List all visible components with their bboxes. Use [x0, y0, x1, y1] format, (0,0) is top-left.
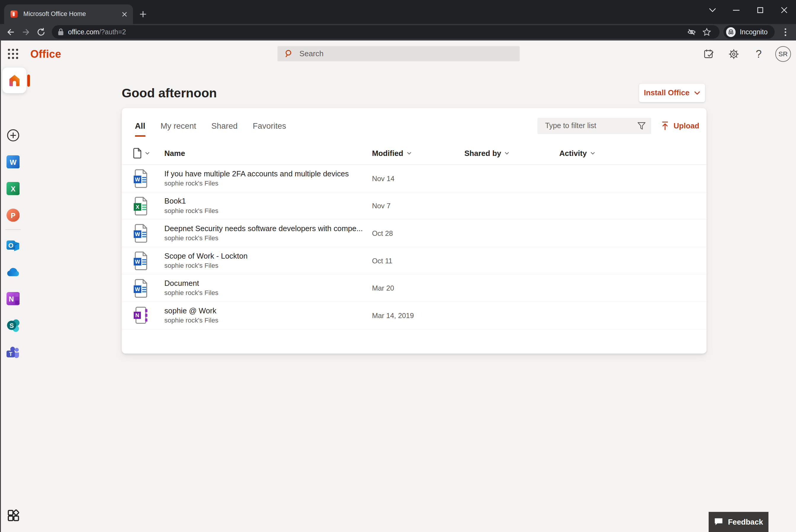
greeting-heading: Good afternoon [122, 86, 217, 100]
table-header: Name Modified Shared by Activity [122, 142, 707, 165]
chevron-down-icon [145, 152, 149, 155]
forward-icon[interactable] [18, 25, 34, 39]
active-rail-indicator [27, 75, 30, 87]
bookmark-star-icon[interactable] [699, 25, 714, 39]
settings-gear-icon[interactable] [725, 45, 742, 62]
rail-item-powerpoint[interactable]: P [6, 209, 20, 222]
table-row[interactable]: W If you have multiple 2FA accounts and … [122, 165, 707, 192]
close-window-icon[interactable] [772, 1, 796, 20]
onenote-icon: N [6, 292, 20, 305]
file-modified-date: Mar 20 [372, 284, 394, 292]
search-input[interactable] [300, 50, 492, 58]
chevron-down-icon [407, 152, 411, 155]
onenote-file-icon: N [133, 306, 148, 325]
svg-text:N: N [8, 295, 14, 303]
column-modified[interactable]: Modified [372, 149, 464, 158]
rail-item-onenote[interactable]: N [6, 292, 20, 305]
feedback-button[interactable]: Feedback [709, 512, 768, 532]
file-modified-date: Oct 11 [372, 257, 392, 265]
file-location: sophie rock's Files [164, 179, 372, 187]
app-rail: W X P O N S T [1, 68, 30, 532]
install-office-button[interactable]: Install Office [639, 84, 705, 102]
browser-window: Microsoft Office Home office.com/?aut [0, 0, 796, 532]
browser-menu-icon[interactable] [778, 25, 793, 39]
rail-item-teams[interactable]: T [6, 346, 20, 359]
reload-icon[interactable] [34, 25, 49, 39]
table-row[interactable]: X Book1 sophie rock's Files Nov 7 [122, 192, 707, 220]
upload-button[interactable]: Upload [661, 118, 699, 134]
rail-item-excel[interactable]: X [6, 182, 20, 195]
file-modified-date: Mar 14, 2019 [372, 311, 414, 320]
tab-search-icon[interactable] [701, 1, 725, 20]
back-icon[interactable] [3, 25, 18, 39]
url-text: office.com/?auth=2 [68, 28, 684, 36]
rail-item-sharepoint[interactable]: S [6, 319, 20, 332]
minimize-icon[interactable] [724, 1, 748, 20]
chevron-down-icon [694, 91, 700, 95]
excel-icon: X [6, 182, 20, 195]
search-icon [285, 50, 293, 58]
column-activity[interactable]: Activity [559, 149, 707, 158]
document-icon [133, 148, 142, 159]
chevron-down-icon [591, 152, 595, 155]
help-icon[interactable]: ? [750, 45, 767, 62]
file-location: sophie rock's Files [164, 262, 372, 269]
column-name[interactable]: Name [164, 149, 372, 158]
rail-item-word[interactable]: W [6, 155, 20, 169]
url-bar[interactable]: office.com/?auth=2 [52, 25, 720, 39]
file-type-column[interactable] [122, 148, 164, 159]
filter-funnel-icon [637, 121, 646, 131]
file-modified-date: Nov 14 [372, 175, 395, 183]
account-avatar[interactable]: SR [775, 46, 791, 62]
search-bar[interactable] [277, 46, 520, 61]
word-file-icon: W [133, 169, 148, 188]
rail-item-onedrive[interactable] [6, 265, 20, 279]
filter-list-input[interactable] [545, 121, 637, 130]
tab-close-icon[interactable] [120, 10, 129, 19]
svg-text:S: S [10, 322, 14, 329]
file-location: sophie rock's Files [164, 234, 372, 242]
tab-my-recent[interactable]: My recent [161, 121, 196, 137]
sharepoint-icon: S [6, 319, 20, 332]
svg-text:O: O [8, 242, 13, 249]
plus-circle-icon [7, 129, 20, 142]
rail-divider [5, 229, 20, 230]
all-apps-icon[interactable] [6, 509, 20, 522]
feedback-label: Feedback [728, 518, 763, 526]
filter-tabs: All My recent Shared Favorites [135, 121, 286, 137]
table-row[interactable]: W Document sophie rock's Files Mar 20 [122, 274, 707, 302]
svg-text:P: P [11, 211, 15, 219]
rail-item-create[interactable] [6, 129, 20, 142]
tab-all[interactable]: All [135, 121, 145, 137]
table-row[interactable]: W Scope of Work - Lockton sophie rock's … [122, 247, 707, 274]
office-brand[interactable]: Office [30, 40, 61, 68]
maximize-icon[interactable] [748, 1, 772, 20]
new-tab-icon[interactable] [137, 8, 149, 20]
rail-item-home[interactable] [2, 68, 26, 93]
office-home-page: Office ? SR [0, 40, 796, 532]
tab-strip: Microsoft Office Home [0, 0, 796, 24]
app-launcher-waffle-icon[interactable] [1, 42, 25, 66]
browser-tab[interactable]: Microsoft Office Home [4, 4, 133, 24]
column-shared-by[interactable]: Shared by [464, 149, 559, 158]
file-location: sophie rock's Files [164, 317, 372, 324]
file-location: sophie rock's Files [164, 289, 372, 297]
url-domain: office.com [68, 28, 99, 36]
tab-shared[interactable]: Shared [212, 121, 237, 137]
file-name: If you have multiple 2FA accounts and mu… [164, 170, 372, 178]
eye-off-icon[interactable] [684, 25, 699, 39]
outlook-icon: O [6, 239, 20, 252]
tab-favorites[interactable]: Favorites [253, 121, 286, 137]
incognito-label: Incognito [740, 28, 767, 36]
svg-text:W: W [135, 286, 140, 292]
file-name: Scope of Work - Lockton [164, 252, 372, 260]
incognito-icon [726, 27, 736, 37]
table-row[interactable]: W Deepnet Security needs software develo… [122, 220, 707, 247]
upload-icon [661, 121, 669, 131]
rail-item-outlook[interactable]: O [6, 239, 20, 252]
table-row[interactable]: N sophie @ Work sophie rock's Files Mar … [122, 302, 707, 329]
file-name: Document [164, 279, 372, 288]
upload-label: Upload [673, 121, 699, 130]
filter-list-box[interactable] [538, 118, 651, 134]
whats-new-icon[interactable] [701, 45, 718, 62]
